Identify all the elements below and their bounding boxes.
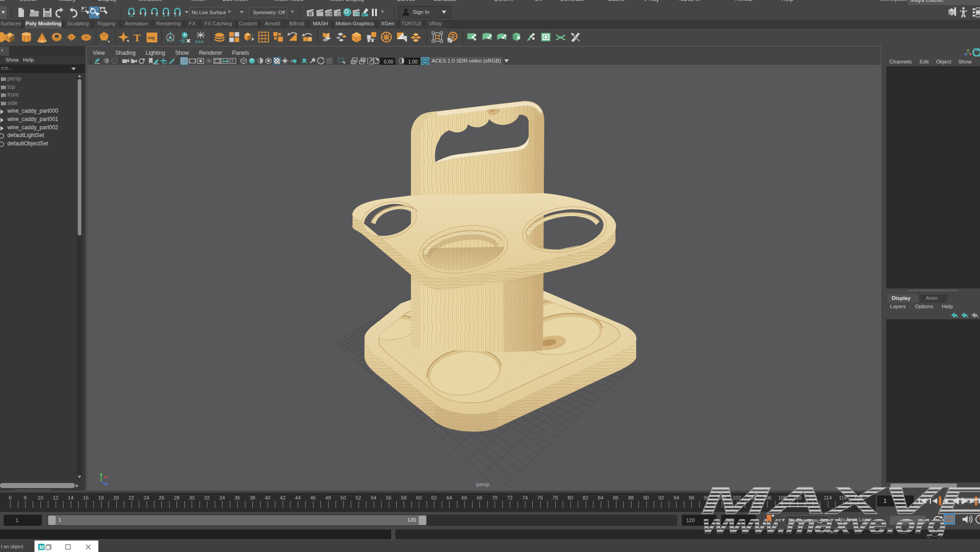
svg-text:M: M [40, 544, 44, 551]
svg-text:T: T [231, 59, 234, 63]
svg-text:0,0,0: 0,0,0 [195, 40, 204, 44]
svg-text:T: T [134, 32, 141, 44]
svg-text:IPR: IPR [326, 13, 330, 16]
svg-text:svg: svg [148, 35, 155, 40]
svg-text:ON: ON [423, 60, 427, 63]
